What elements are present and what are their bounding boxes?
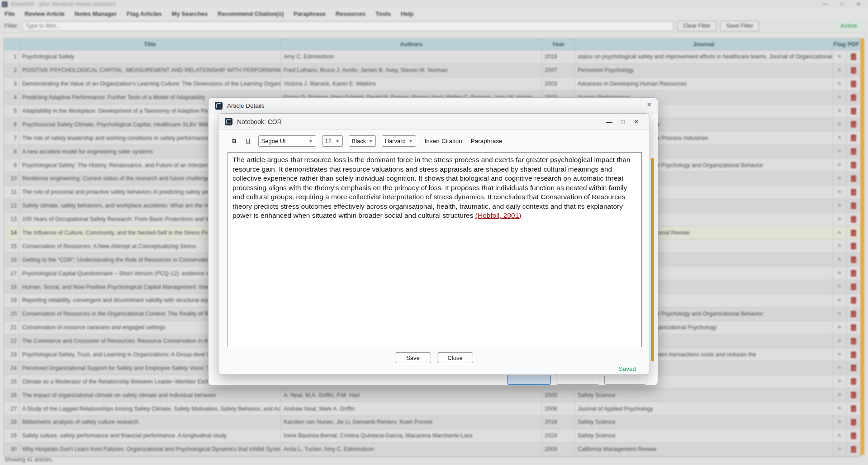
article-details-titlebar: Article Details xyxy=(209,98,658,114)
font-color-select[interactable]: Black ▼ xyxy=(349,135,376,147)
font-size-select[interactable]: 12 ▼ xyxy=(322,135,343,147)
orange-scrollbar[interactable] xyxy=(651,158,654,361)
article-details-title: Article Details xyxy=(227,102,265,109)
app-logo-icon xyxy=(215,102,223,110)
insert-citation-button[interactable]: Insert Citation xyxy=(425,138,462,144)
bold-button[interactable]: B xyxy=(230,137,238,145)
app-logo-icon xyxy=(225,118,232,125)
note-text: The article argues that resource loss is… xyxy=(232,156,631,219)
close-icon[interactable]: ✕ xyxy=(630,118,643,125)
citation-style-select[interactable]: Harvard ▼ xyxy=(382,135,416,147)
saved-status: Saved xyxy=(619,365,636,372)
maximize-icon[interactable]: □ xyxy=(616,118,630,125)
chevron-down-icon: ▼ xyxy=(309,139,313,144)
close-icon[interactable]: ✕ xyxy=(642,101,656,108)
underline-button[interactable]: U xyxy=(244,137,252,145)
chevron-down-icon: ▼ xyxy=(369,139,373,144)
article-details-partial-button-primary[interactable] xyxy=(507,374,551,385)
chevron-down-icon: ▼ xyxy=(409,139,413,144)
notebook-window-controls: — □ ✕ xyxy=(602,118,643,125)
notebook-dialog: Notebook: COR — □ ✕ B U Segoe UI ▼ 12 ▼ … xyxy=(218,113,650,375)
close-button[interactable]: Close xyxy=(437,352,473,363)
citation-link[interactable]: (Hobfoll, 2001) xyxy=(475,211,522,219)
note-editor[interactable]: The article argues that resource loss is… xyxy=(228,152,642,347)
minimize-icon[interactable]: — xyxy=(602,118,616,125)
article-details-partial-button[interactable] xyxy=(604,374,646,385)
notebook-toolbar: B U Segoe UI ▼ 12 ▼ Black ▼ Harvard ▼ In… xyxy=(218,130,650,147)
notebook-titlebar: Notebook: COR — □ ✕ xyxy=(218,114,650,130)
font-select[interactable]: Segoe UI ▼ xyxy=(258,135,316,147)
article-details-partial-button[interactable] xyxy=(556,374,599,385)
paraphrase-button[interactable]: Paraphrase xyxy=(471,138,503,144)
notebook-title: Notebook: COR xyxy=(237,118,282,125)
notebook-actions: Save Close xyxy=(218,352,650,363)
save-button[interactable]: Save xyxy=(395,352,431,363)
chevron-down-icon: ▼ xyxy=(336,139,340,144)
